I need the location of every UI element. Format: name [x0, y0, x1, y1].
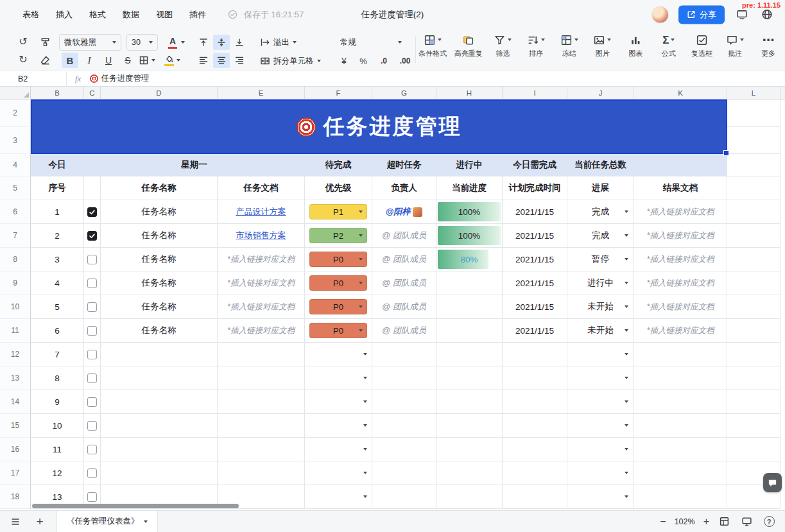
- priority-pill[interactable]: P0: [309, 252, 367, 267]
- cell-assignee[interactable]: @ 团队成员: [372, 319, 436, 343]
- cell-assignee[interactable]: @ 团队成员: [372, 248, 436, 271]
- cell-empty[interactable]: [218, 390, 305, 414]
- cell-empty[interactable]: [503, 438, 567, 461]
- column-header-F[interactable]: F: [305, 87, 372, 99]
- status-select[interactable]: [567, 343, 634, 366]
- cell-empty[interactable]: [727, 99, 781, 127]
- priority-pill[interactable]: P0: [309, 275, 367, 291]
- cell-priority[interactable]: [305, 414, 372, 438]
- row-checkbox-unchecked[interactable]: [87, 373, 97, 383]
- row-checkbox-checked[interactable]: [87, 207, 97, 217]
- cell-progress[interactable]: 80%: [436, 248, 503, 271]
- row-header[interactable]: 2: [0, 99, 31, 127]
- add-sheet-button[interactable]: +: [31, 513, 49, 530]
- cell-result[interactable]: *插入链接对应文档: [634, 248, 727, 271]
- cell-empty[interactable]: [218, 366, 305, 390]
- cell-task-name[interactable]: 任务名称: [101, 271, 218, 295]
- cell-task-name[interactable]: 任务名称: [101, 248, 218, 271]
- cell-priority[interactable]: [305, 485, 372, 509]
- column-header-J[interactable]: J: [567, 87, 634, 99]
- cell-due-date[interactable]: 2021/1/15: [503, 248, 567, 271]
- cell-empty[interactable]: [101, 438, 218, 461]
- toolbar-chart-button[interactable]: 图表: [623, 33, 648, 67]
- cell-task-doc[interactable]: *插入链接对应文档: [218, 271, 305, 295]
- column-header-L[interactable]: L: [727, 87, 781, 99]
- header-task-name[interactable]: 任务名称: [101, 176, 218, 200]
- summary-overdue[interactable]: 超时任务: [372, 154, 436, 176]
- cell-priority[interactable]: P1: [305, 200, 372, 224]
- cell-progress[interactable]: [436, 295, 503, 319]
- summary-pending[interactable]: 待完成: [305, 154, 372, 176]
- cell-empty[interactable]: [727, 176, 781, 200]
- cell-result[interactable]: *插入链接对应文档: [634, 224, 727, 248]
- column-header-K[interactable]: K: [634, 87, 727, 99]
- cell-due-date[interactable]: 2021/1/15: [503, 224, 567, 248]
- sheet-list-icon[interactable]: [6, 513, 24, 530]
- cell-task-num[interactable]: 3: [31, 248, 84, 271]
- align-top-icon[interactable]: [195, 35, 212, 50]
- toolbar-sort-button[interactable]: 排序: [523, 33, 549, 67]
- zoom-in-button[interactable]: +: [703, 517, 709, 527]
- select-all-corner[interactable]: [0, 87, 31, 99]
- cell-checkbox[interactable]: [84, 390, 101, 414]
- cell-empty[interactable]: [727, 200, 781, 224]
- cell-due-date[interactable]: 2021/1/15: [503, 200, 567, 224]
- summary-due-today[interactable]: 今日需完成: [503, 154, 567, 176]
- cell-empty[interactable]: [634, 485, 727, 509]
- cell-empty[interactable]: [634, 414, 727, 438]
- status-select[interactable]: 暂停: [567, 248, 634, 271]
- header-due[interactable]: 计划完成时间: [503, 176, 567, 200]
- column-header-D[interactable]: D: [101, 87, 218, 99]
- globe-icon[interactable]: [759, 7, 775, 22]
- summary-weekday[interactable]: 星期一: [84, 154, 305, 176]
- cell-empty[interactable]: [436, 343, 503, 366]
- cell-name-box[interactable]: B2: [0, 71, 67, 86]
- undo-button[interactable]: ↺: [15, 34, 31, 49]
- status-select[interactable]: 未开始: [567, 295, 634, 319]
- row-header[interactable]: 10: [0, 295, 31, 319]
- cell-empty[interactable]: [503, 461, 567, 485]
- cell-empty[interactable]: [727, 271, 781, 295]
- row-checkbox-unchecked[interactable]: [87, 326, 97, 336]
- cell-empty[interactable]: [634, 366, 727, 390]
- cell-checkbox[interactable]: [84, 343, 101, 366]
- cell-task-num[interactable]: 4: [31, 271, 84, 295]
- toolbar-highlight-duplicates-button[interactable]: 高亮重复: [454, 33, 483, 67]
- cell-checkbox[interactable]: [84, 200, 101, 224]
- decrease-decimal-button[interactable]: .0: [375, 53, 393, 69]
- number-format-select[interactable]: 常规: [335, 35, 407, 50]
- cell-empty[interactable]: [101, 366, 218, 390]
- cell-empty[interactable]: [436, 366, 503, 390]
- cell-task-name[interactable]: 任务名称: [101, 295, 218, 319]
- cell-empty[interactable]: [727, 343, 781, 366]
- cell-empty[interactable]: [101, 390, 218, 414]
- cell-empty[interactable]: [503, 485, 567, 509]
- cell-empty[interactable]: [372, 461, 436, 485]
- cell-empty[interactable]: [727, 295, 781, 319]
- cell-task-num[interactable]: 2: [31, 224, 84, 248]
- format-painter-icon[interactable]: [37, 34, 53, 49]
- title-banner-cell[interactable]: 任务进度管理: [31, 99, 727, 154]
- cell-task-doc[interactable]: 市场销售方案: [218, 224, 305, 248]
- cell-checkbox[interactable]: [84, 271, 101, 295]
- status-select[interactable]: 完成: [567, 200, 634, 224]
- toolbar-filter-button[interactable]: 筛选: [490, 33, 515, 67]
- status-select[interactable]: [567, 414, 634, 438]
- cell-empty[interactable]: [634, 438, 727, 461]
- cell-priority[interactable]: [305, 461, 372, 485]
- row-checkbox-unchecked[interactable]: [87, 279, 97, 288]
- status-select[interactable]: 未开始: [567, 319, 634, 343]
- currency-format-button[interactable]: ¥: [336, 53, 352, 69]
- cell-empty[interactable]: [218, 438, 305, 461]
- cell-empty[interactable]: [101, 414, 218, 438]
- cell-empty[interactable]: [727, 390, 781, 414]
- summary-today[interactable]: 今日: [31, 154, 84, 176]
- cell-assignee[interactable]: @ 团队成员: [372, 224, 436, 248]
- split-cells-button[interactable]: 拆分单元格: [260, 53, 321, 69]
- cell-priority[interactable]: P0: [305, 271, 372, 295]
- selection-fill-handle[interactable]: [723, 150, 729, 156]
- row-checkbox-unchecked[interactable]: [87, 445, 97, 454]
- cell-due-date[interactable]: 2021/1/15: [503, 319, 567, 343]
- cell-empty[interactable]: [436, 461, 503, 485]
- chat-feedback-button[interactable]: [763, 473, 782, 492]
